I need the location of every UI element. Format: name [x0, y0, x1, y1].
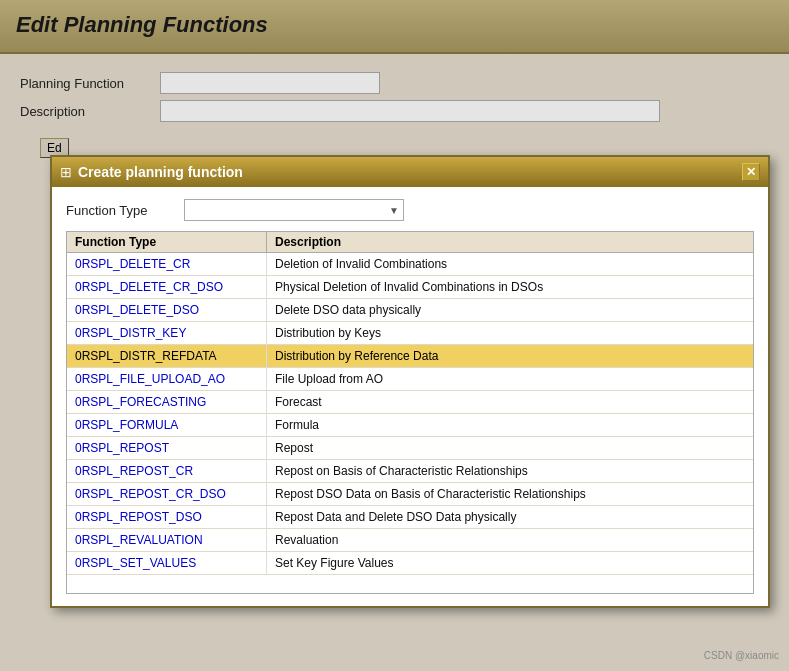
list-item-key: 0RSPL_REVALUATION: [67, 529, 267, 551]
list-item-desc: Deletion of Invalid Combinations: [267, 253, 753, 275]
list-item-key: 0RSPL_DISTR_REFDATA: [67, 345, 267, 367]
list-item[interactable]: 0RSPL_REPOST_CRRepost on Basis of Charac…: [67, 460, 753, 483]
list-item-desc: Revaluation: [267, 529, 753, 551]
list-item-desc: Forecast: [267, 391, 753, 413]
function-type-list: Function Type Description 0RSPL_DELETE_C…: [66, 231, 754, 594]
function-type-label: Function Type: [66, 203, 176, 218]
list-item-desc: Delete DSO data physically: [267, 299, 753, 321]
create-planning-function-dialog: ⊞ Create planning function ✕ Function Ty…: [50, 155, 770, 608]
modal-overlay: ⊞ Create planning function ✕ Function Ty…: [0, 0, 789, 671]
list-item-desc: Formula: [267, 414, 753, 436]
function-type-row: Function Type ▼: [66, 199, 754, 221]
list-item-desc: Set Key Figure Values: [267, 552, 753, 574]
list-item[interactable]: 0RSPL_FILE_UPLOAD_AOFile Upload from AO: [67, 368, 753, 391]
list-item-desc: Distribution by Reference Data: [267, 345, 753, 367]
list-item[interactable]: 0RSPL_DISTR_REFDATADistribution by Refer…: [67, 345, 753, 368]
dialog-titlebar: ⊞ Create planning function ✕: [52, 157, 768, 187]
list-item-key: 0RSPL_REPOST_CR_DSO: [67, 483, 267, 505]
list-item[interactable]: 0RSPL_REPOST_CR_DSORepost DSO Data on Ba…: [67, 483, 753, 506]
list-item-desc: File Upload from AO: [267, 368, 753, 390]
list-item-key: 0RSPL_DELETE_CR_DSO: [67, 276, 267, 298]
list-item[interactable]: 0RSPL_DISTR_KEYDistribution by Keys: [67, 322, 753, 345]
list-item[interactable]: 0RSPL_REVALUATIONRevaluation: [67, 529, 753, 552]
list-item-key: 0RSPL_SET_VALUES: [67, 552, 267, 574]
list-item[interactable]: 0RSPL_FORECASTINGForecast: [67, 391, 753, 414]
list-item-key: 0RSPL_DISTR_KEY: [67, 322, 267, 344]
watermark: CSDN @xiaomic: [704, 650, 779, 661]
list-item-key: 0RSPL_REPOST_CR: [67, 460, 267, 482]
list-item[interactable]: 0RSPL_REPOST_DSORepost Data and Delete D…: [67, 506, 753, 529]
list-item-desc: Repost on Basis of Characteristic Relati…: [267, 460, 753, 482]
dialog-title-left: ⊞ Create planning function: [60, 164, 243, 180]
list-item[interactable]: 0RSPL_DELETE_CRDeletion of Invalid Combi…: [67, 253, 753, 276]
list-col2-header: Description: [267, 232, 753, 252]
list-item-key: 0RSPL_FORECASTING: [67, 391, 267, 413]
list-item[interactable]: 0RSPL_SET_VALUESSet Key Figure Values: [67, 552, 753, 575]
list-item[interactable]: 0RSPL_REPOSTRepost: [67, 437, 753, 460]
list-item-desc: Distribution by Keys: [267, 322, 753, 344]
dialog-icon: ⊞: [60, 164, 72, 180]
list-item-desc: Repost DSO Data on Basis of Characterist…: [267, 483, 753, 505]
list-item-key: 0RSPL_REPOST: [67, 437, 267, 459]
list-item[interactable]: 0RSPL_FORMULAFormula: [67, 414, 753, 437]
list-scrollable[interactable]: 0RSPL_DELETE_CRDeletion of Invalid Combi…: [67, 253, 753, 593]
dialog-body: Function Type ▼ Function Type Descriptio…: [52, 187, 768, 606]
dialog-close-button[interactable]: ✕: [742, 163, 760, 181]
list-item-key: 0RSPL_DELETE_CR: [67, 253, 267, 275]
list-item-desc: Physical Deletion of Invalid Combination…: [267, 276, 753, 298]
function-type-select[interactable]: ▼: [184, 199, 404, 221]
list-col1-header: Function Type: [67, 232, 267, 252]
list-item-desc: Repost: [267, 437, 753, 459]
list-item[interactable]: 0RSPL_DELETE_CR_DSOPhysical Deletion of …: [67, 276, 753, 299]
list-header: Function Type Description: [67, 232, 753, 253]
list-item-key: 0RSPL_REPOST_DSO: [67, 506, 267, 528]
list-item-key: 0RSPL_FORMULA: [67, 414, 267, 436]
list-item[interactable]: 0RSPL_DELETE_DSODelete DSO data physical…: [67, 299, 753, 322]
list-item-key: 0RSPL_FILE_UPLOAD_AO: [67, 368, 267, 390]
dialog-title-text: Create planning function: [78, 164, 243, 180]
list-item-desc: Repost Data and Delete DSO Data physical…: [267, 506, 753, 528]
list-item-key: 0RSPL_DELETE_DSO: [67, 299, 267, 321]
select-arrow-icon: ▼: [389, 205, 399, 216]
